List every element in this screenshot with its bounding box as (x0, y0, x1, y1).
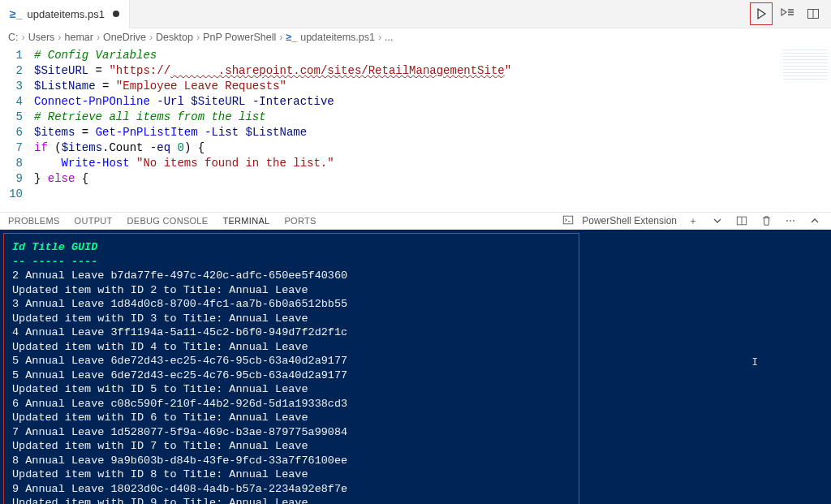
bottom-panel: PROBLEMSOUTPUTDEBUG CONSOLETERMINALPORTS… (0, 212, 831, 504)
chevron-right-icon: › (97, 32, 100, 43)
breadcrumb-segment[interactable]: PnP PowerShell (203, 32, 276, 43)
terminal-item-row: 5 Annual Leave 6de72d43-ec25-4c76-95cb-6… (12, 368, 571, 383)
editor-actions (750, 2, 831, 25)
line-number: 5 (0, 110, 23, 125)
terminal-header-underline: -- ----- ---- (12, 255, 571, 269)
chevron-right-icon: › (22, 32, 25, 43)
terminal-message-row: Updated item with ID 6 to Title: Annual … (12, 411, 571, 425)
run-button[interactable] (750, 2, 773, 25)
run-below-button[interactable] (776, 2, 799, 25)
code-line[interactable]: Write-Host "No items found in the list." (34, 156, 831, 171)
breadcrumb-segment[interactable]: OneDrive (103, 32, 146, 43)
breadcrumb-segment[interactable]: Users (28, 32, 55, 43)
breadcrumb-file[interactable]: updateitems.ps1 (300, 32, 375, 43)
line-number: 1 (0, 48, 23, 63)
line-number: 7 (0, 140, 23, 156)
split-terminal-button[interactable] (734, 213, 750, 229)
code-line[interactable]: $items = Get-PnPListItem -List $ListName (34, 125, 831, 140)
new-terminal-button[interactable]: ＋ (685, 213, 701, 229)
chevron-right-icon: › (378, 32, 381, 43)
terminal-message-row: Updated item with ID 9 to Title: Annual … (12, 496, 571, 504)
terminal-item-row: 9 Annual Leave 18023d0c-d408-4a4b-b57a-2… (12, 482, 571, 497)
breadcrumb-segment[interactable]: Desktop (156, 32, 193, 43)
terminal-header-row: Id Title GUID (12, 240, 571, 255)
terminal-message-row: Updated item with ID 5 to Title: Annual … (12, 382, 571, 397)
panel-tab-debug-console[interactable]: DEBUG CONSOLE (127, 216, 209, 226)
more-actions-button[interactable]: ⋯ (782, 213, 799, 229)
terminal-dropdown-button[interactable] (709, 213, 726, 229)
terminal-item-row: 8 Annual Leave 9a9b603b-d84b-43fe-9fcd-3… (12, 454, 571, 468)
breadcrumb-segment[interactable]: hemar (65, 32, 93, 43)
minimap[interactable] (783, 50, 828, 82)
line-number: 3 (0, 79, 23, 94)
svg-rect-2 (564, 216, 573, 224)
code-line[interactable]: } else { (34, 171, 831, 187)
terminal-item-row: 6 Annual Leave c08c590f-210f-44b2-926d-5… (12, 397, 571, 411)
panel-tabs: PROBLEMSOUTPUTDEBUG CONSOLETERMINALPORTS… (0, 213, 831, 230)
breadcrumb-overflow[interactable]: ... (385, 32, 393, 43)
code-line[interactable]: Connect-PnPOnline -Url $SiteURL -Interac… (34, 94, 831, 110)
terminal-item-row: 7 Annual Leave 1d528077-5f9a-469c-b3ae-8… (12, 425, 571, 440)
collapse-panel-button[interactable] (807, 213, 823, 229)
terminal-item-row: 5 Annual Leave 6de72d43-ec25-4c76-95cb-6… (12, 354, 571, 368)
split-editor-button[interactable] (802, 2, 825, 25)
code-line[interactable]: if ($items.Count -eq 0) { (34, 140, 831, 156)
line-number: 4 (0, 94, 23, 110)
code-line[interactable]: $SiteURL = "https:// .sharepoint.com/sit… (34, 63, 831, 79)
panel-tab-problems[interactable]: PROBLEMS (8, 216, 60, 226)
breadcrumb-segment[interactable]: C: (8, 32, 19, 43)
chevron-right-icon: › (149, 32, 153, 43)
dirty-indicator-icon (113, 11, 119, 17)
chevron-right-icon: › (279, 32, 282, 43)
terminal-item-row: 4 Annual Leave 3ff1194a-5a11-45c2-b6f0-9… (12, 325, 571, 340)
line-number: 6 (0, 125, 23, 140)
terminal-message-row: Updated item with ID 3 to Title: Annual … (12, 312, 571, 326)
code-body[interactable]: # Config Variables$SiteURL = "https:// .… (34, 46, 831, 212)
chevron-right-icon: › (58, 32, 61, 43)
line-gutter: 12345678910 (0, 46, 34, 212)
terminal-item-row: 3 Annual Leave 1d84d0c8-8700-4fc1-aa7b-6… (12, 297, 571, 312)
chevron-right-icon: › (196, 32, 200, 43)
powershell-icon: ≥_ (10, 7, 22, 20)
terminal-message-row: Updated item with ID 7 to Title: Annual … (12, 439, 571, 454)
line-number: 10 (0, 187, 23, 202)
terminal-message-row: Updated item with ID 8 to Title: Annual … (12, 467, 571, 482)
powershell-icon: ≥_ (286, 32, 297, 43)
tab-title: updateitems.ps1 (27, 8, 104, 20)
terminal-message-row: Updated item with ID 4 to Title: Annual … (12, 340, 571, 355)
code-editor[interactable]: 12345678910 # Config Variables$SiteURL =… (0, 46, 831, 212)
terminal-profile-label[interactable]: PowerShell Extension (582, 215, 677, 226)
terminal-launch-icon[interactable] (562, 214, 574, 228)
terminal-cursor-icon: I (751, 355, 758, 368)
code-line[interactable]: $ListName = "Employee Leave Requests" (34, 79, 831, 94)
terminal-output[interactable]: Id Title GUID-- ----- ----2 Annual Leave… (3, 233, 579, 504)
terminal-message-row: Updated item with ID 2 to Title: Annual … (12, 283, 571, 298)
breadcrumb[interactable]: C:›Users›hemar›OneDrive›Desktop›PnP Powe… (0, 28, 831, 46)
panel-tab-output[interactable]: OUTPUT (75, 216, 113, 226)
editor-tab[interactable]: ≥_ updateitems.ps1 (0, 0, 130, 28)
terminal-item-row: 2 Annual Leave b7da77fe-497c-420c-adfc-6… (12, 269, 571, 283)
code-line[interactable]: # Retrieve all items from the list (34, 110, 831, 125)
tab-bar: ≥_ updateitems.ps1 (0, 0, 831, 28)
panel-tab-ports[interactable]: PORTS (284, 216, 316, 226)
line-number: 2 (0, 63, 23, 79)
line-number: 9 (0, 171, 23, 187)
line-number: 8 (0, 156, 23, 171)
code-line[interactable]: # Config Variables (34, 48, 831, 63)
kill-terminal-button[interactable] (758, 213, 774, 229)
